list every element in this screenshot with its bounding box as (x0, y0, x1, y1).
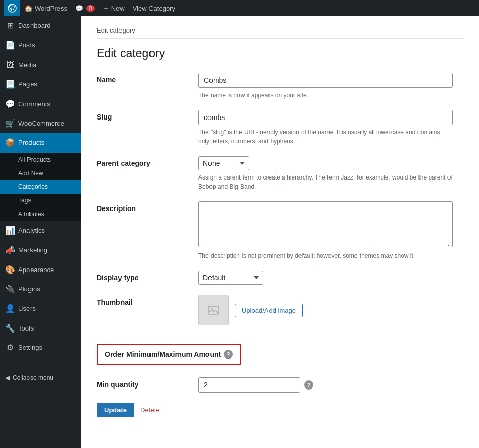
description-row: Description The description is not promi… (97, 201, 464, 260)
section-title: Order Minimum/Maximum Amount (105, 350, 221, 359)
sidebar-item-appearance[interactable]: 🎨 Appearance (0, 260, 81, 280)
sidebar-item-tags[interactable]: Tags (0, 194, 81, 207)
plus-icon: ＋ (103, 4, 109, 13)
sidebar: ⊞ Dashboard 📄 Posts 🖼 Media 📃 Pages 💬 Co… (0, 16, 81, 448)
sidebar-item-dashboard[interactable]: ⊞ Dashboard (0, 16, 81, 36)
products-submenu: All Products Add New Categories Tags Att… (0, 153, 81, 221)
delete-button[interactable]: Delete (136, 403, 164, 417)
min-quantity-input[interactable] (198, 377, 300, 393)
users-icon: 👤 (5, 303, 15, 314)
admin-bar-comments[interactable]: 💬 0 (71, 0, 99, 16)
name-field-row: Name The name is how it appears on your … (97, 73, 464, 100)
page-title: Edit category (97, 47, 464, 61)
marketing-icon: 📣 (5, 245, 15, 256)
slug-field: The "slug" is the URL-friendly version o… (198, 110, 464, 146)
posts-icon: 📄 (5, 40, 15, 51)
min-quantity-help-icon[interactable]: ? (304, 380, 313, 390)
breadcrumb: Edit category (97, 26, 464, 39)
display-type-select[interactable]: Default Products Subcategories Both (198, 271, 263, 285)
order-minmax-section: Order Minimum/Maximum Amount ? (97, 344, 241, 365)
sidebar-item-analytics[interactable]: 📊 Analytics (0, 221, 81, 241)
appearance-icon: 🎨 (5, 264, 15, 276)
products-icon: 📦 (5, 137, 15, 148)
parent-label: Parent category (97, 156, 198, 167)
admin-bar-site[interactable]: 🏠 WordPress (20, 0, 71, 16)
description-label: Description (97, 201, 198, 213)
thumbnail-placeholder (198, 295, 229, 325)
display-type-field: Default Products Subcategories Both (198, 271, 464, 285)
comments-icon: 💬 (5, 99, 15, 110)
name-hint: The name is how it appears on your site. (198, 91, 453, 100)
main-content: Edit category Edit category Name The nam… (81, 16, 479, 448)
settings-icon: ⚙ (5, 342, 15, 353)
thumbnail-field: Upload/Add image (198, 295, 464, 325)
sidebar-item-pages[interactable]: 📃 Pages (0, 75, 81, 94)
slug-field-row: Slug The "slug" is the URL-friendly vers… (97, 110, 464, 146)
sidebar-item-products[interactable]: 📦 Products (0, 133, 81, 153)
parent-hint: Assign a parent term to create a hierarc… (198, 173, 453, 191)
collapse-menu[interactable]: ◀ Collapse menu (0, 370, 81, 385)
name-field: The name is how it appears on your site. (198, 73, 464, 100)
sidebar-item-settings[interactable]: ⚙ Settings (0, 338, 81, 357)
sidebar-item-all-products[interactable]: All Products (0, 153, 81, 167)
media-icon: 🖼 (5, 59, 15, 71)
min-quantity-field: ? (198, 377, 464, 393)
slug-input[interactable] (198, 110, 453, 125)
min-quantity-label: Min quantity (97, 377, 198, 389)
name-input[interactable] (198, 73, 453, 88)
display-type-label: Display type (97, 271, 198, 282)
admin-bar-new[interactable]: ＋ New (99, 0, 129, 16)
tools-icon: 🔧 (5, 323, 15, 334)
svg-rect-1 (208, 306, 219, 314)
sidebar-item-woocommerce[interactable]: 🛒 WooCommerce (0, 114, 81, 133)
sidebar-item-tools[interactable]: 🔧 Tools (0, 319, 81, 338)
sidebar-item-add-new[interactable]: Add New (0, 167, 81, 181)
dashboard-icon: ⊞ (5, 20, 15, 32)
description-field: The description is not prominent by defa… (198, 201, 464, 260)
upload-image-button[interactable]: Upload/Add image (235, 304, 303, 317)
sidebar-item-plugins[interactable]: 🔌 Plugins (0, 280, 81, 299)
home-icon: 🏠 (24, 5, 33, 12)
min-quantity-row: Min quantity ? (97, 377, 464, 393)
sidebar-item-comments[interactable]: 💬 Comments (0, 95, 81, 114)
wp-logo[interactable] (4, 0, 20, 16)
collapse-icon: ◀ (5, 374, 10, 381)
plugins-icon: 🔌 (5, 284, 15, 295)
parent-category-row: Parent category None Assign a parent ter… (97, 156, 464, 191)
parent-select[interactable]: None (198, 156, 249, 170)
sidebar-item-posts[interactable]: 📄 Posts (0, 36, 81, 55)
slug-hint: The "slug" is the URL-friendly version o… (198, 128, 453, 146)
slug-label: Slug (97, 110, 198, 121)
admin-bar-view-category[interactable]: View Category (129, 0, 179, 16)
parent-field: None Assign a parent term to create a hi… (198, 156, 464, 191)
description-textarea[interactable] (198, 201, 453, 247)
comment-icon: 💬 (75, 5, 83, 12)
display-type-row: Display type Default Products Subcategor… (97, 271, 464, 285)
description-hint: The description is not prominent by defa… (198, 251, 453, 260)
analytics-icon: 📊 (5, 225, 15, 236)
name-label: Name (97, 73, 198, 84)
svg-point-2 (211, 308, 213, 310)
thumbnail-row: Thumbnail Upload/Add image (97, 295, 464, 325)
sidebar-item-attributes[interactable]: Attributes (0, 207, 81, 221)
sidebar-item-users[interactable]: 👤 Users (0, 299, 81, 318)
help-icon[interactable]: ? (224, 350, 233, 359)
woocommerce-icon: 🛒 (5, 118, 15, 129)
update-button[interactable]: Update (97, 403, 134, 417)
pages-icon: 📃 (5, 79, 15, 90)
admin-bar: 🏠 WordPress 💬 0 ＋ New View Category (0, 0, 479, 16)
page-content: Edit category Edit category Name The nam… (81, 16, 479, 448)
sidebar-item-categories[interactable]: Categories (0, 180, 81, 194)
sidebar-item-marketing[interactable]: 📣 Marketing (0, 241, 81, 260)
sidebar-item-media[interactable]: 🖼 Media (0, 55, 81, 75)
thumbnail-label: Thumbnail (97, 295, 198, 306)
actions-row: Update Delete (97, 403, 464, 417)
